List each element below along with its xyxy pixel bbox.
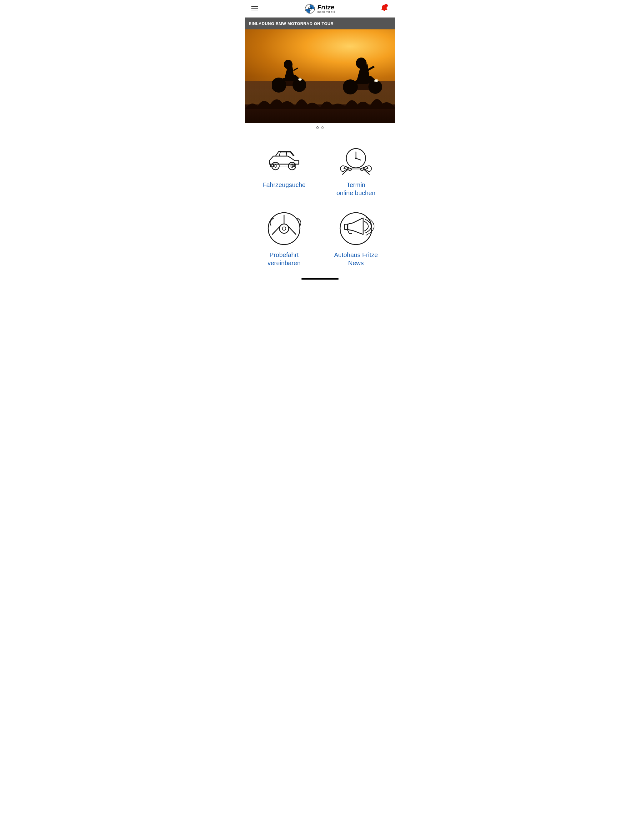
- services-grid: Fahrzeugsuche: [245, 132, 395, 208]
- hero-scene: [245, 29, 395, 123]
- service-probefahrt[interactable]: Probefahrtvereinbaren: [248, 208, 320, 269]
- fahrzeugsuche-label: Fahrzeugsuche: [262, 181, 306, 189]
- hamburger-icon: [251, 8, 258, 9]
- clock-wrench-icon: [337, 144, 375, 176]
- banner-text: EINLADUNG BMW MOTORRAD ON TOUR: [249, 21, 334, 26]
- svg-point-12: [284, 60, 293, 69]
- carousel-dot-2[interactable]: [321, 127, 324, 129]
- svg-text:BMW: BMW: [308, 8, 312, 10]
- megaphone-icon: [337, 212, 375, 246]
- probefahrt-label: Probefahrtvereinbaren: [267, 251, 301, 267]
- svg-point-20: [274, 165, 277, 168]
- termin-label: Terminonline buchen: [336, 181, 376, 197]
- steering-wheel-icon: [265, 212, 303, 246]
- menu-button[interactable]: [250, 5, 259, 13]
- logo-tagline-text: mobil mit stil: [317, 11, 335, 14]
- svg-line-35: [272, 226, 280, 234]
- svg-point-4: [385, 4, 388, 7]
- hero-carousel[interactable]: [245, 29, 395, 123]
- service-termin[interactable]: Terminonline buchen: [320, 138, 392, 202]
- car-icon: [265, 144, 303, 176]
- bell-icon: [380, 4, 389, 13]
- svg-point-33: [282, 227, 286, 230]
- rider-left-icon: [272, 45, 306, 95]
- svg-point-11: [299, 79, 301, 80]
- svg-point-19: [272, 162, 279, 170]
- logo[interactable]: BMW Fritze mobil mit stil: [305, 4, 335, 14]
- service-news[interactable]: Autohaus FritzeNews: [320, 208, 392, 269]
- promo-banner[interactable]: EINLADUNG BMW MOTORRAD ON TOUR: [245, 18, 395, 29]
- bottom-bar: [245, 276, 395, 281]
- logo-brand-name: Fritze: [317, 4, 335, 11]
- hamburger-icon: [251, 11, 258, 11]
- home-indicator[interactable]: [301, 278, 339, 280]
- logo-text: Fritze mobil mit stil: [317, 4, 335, 14]
- notifications-button[interactable]: [379, 3, 390, 15]
- carousel-dots: [245, 123, 395, 132]
- svg-point-18: [356, 58, 366, 69]
- service-fahrzeugsuche[interactable]: Fahrzeugsuche: [248, 138, 320, 202]
- rider-right-icon: [342, 41, 383, 97]
- news-label: Autohaus FritzeNews: [334, 251, 378, 267]
- bmw-roundel-icon: BMW: [305, 4, 315, 14]
- svg-point-27: [355, 157, 357, 159]
- app-header: BMW Fritze mobil mit stil: [245, 0, 395, 18]
- svg-line-36: [288, 226, 296, 234]
- svg-point-9: [294, 79, 305, 91]
- vegetation-silhouette: [245, 90, 395, 109]
- svg-point-17: [375, 80, 378, 82]
- hamburger-icon: [251, 6, 258, 7]
- carousel-dot-1[interactable]: [316, 127, 319, 129]
- svg-point-32: [279, 224, 289, 233]
- services-grid-bottom: Probefahrtvereinbaren Autohaus FritzeNew…: [245, 208, 395, 276]
